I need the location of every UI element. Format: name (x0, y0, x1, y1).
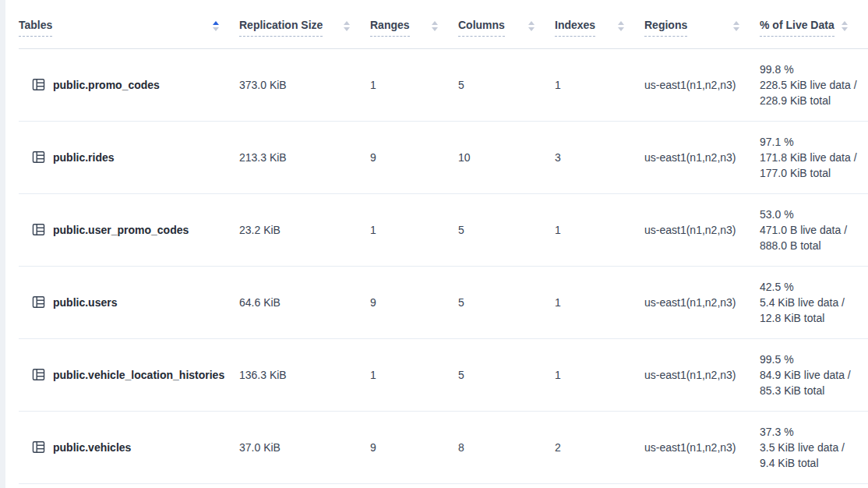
table-icon (31, 150, 46, 164)
ranges-cell: 1 (370, 48, 458, 121)
indexes-cell: 1 (555, 266, 644, 338)
indexes-cell: 1 (555, 48, 644, 121)
sort-asc-arrow-icon (213, 21, 219, 25)
total-data-amount: 85.3 KiB total (760, 383, 860, 398)
live-data-amount: 171.8 KiB live data / (760, 150, 860, 165)
column-header-label[interactable]: Indexes (555, 19, 595, 37)
sort-arrows-icon[interactable] (842, 21, 848, 31)
columns-cell: 5 (458, 48, 555, 121)
table-name-link[interactable]: public.vehicles (53, 441, 131, 454)
total-data-amount: 9.4 KiB total (760, 455, 860, 471)
replication-size-cell: 64.6 KiB (239, 266, 370, 338)
live-data-cell: 97.1 % 171.8 KiB live data / 177.0 KiB t… (760, 121, 868, 193)
live-data-amount: 471.0 B live data / (760, 222, 860, 238)
live-data-cell: 53.0 % 471.0 B live data / 888.0 B total (760, 193, 868, 266)
table-icon (31, 440, 46, 454)
sort-desc-arrow-icon (528, 27, 535, 31)
live-percent: 99.8 % (760, 62, 860, 77)
sort-asc-arrow-icon (528, 21, 535, 25)
column-header[interactable]: Replication Size (239, 8, 370, 48)
table-name-cell: public.promo_codes (19, 48, 239, 121)
regions-cell: us-east1(n1,n2,n3) (644, 266, 760, 338)
live-percent: 53.0 % (760, 207, 860, 222)
sort-arrows-icon[interactable] (733, 21, 739, 31)
tables-table: Tables Replication Size (19, 8, 868, 484)
column-header[interactable]: Ranges (370, 8, 458, 48)
regions-cell: us-east1(n1,n2,n3) (644, 193, 760, 266)
live-data-amount: 84.9 KiB live data / (760, 367, 860, 383)
live-percent: 99.5 % (760, 352, 860, 367)
table-name-cell: public.rides (19, 121, 239, 193)
indexes-cell: 2 (555, 411, 644, 483)
replication-size-cell: 373.0 KiB (239, 48, 370, 121)
column-header-label[interactable]: % of Live Data (760, 19, 834, 37)
table-row[interactable]: public.vehicles 37.0 KiB 9 8 2 us-east1(… (19, 411, 868, 483)
columns-cell: 5 (458, 266, 555, 338)
indexes-cell: 1 (555, 338, 644, 411)
live-data-cell: 99.5 % 84.9 KiB live data / 85.3 KiB tot… (760, 338, 868, 411)
replication-size-cell: 136.3 KiB (239, 338, 370, 411)
columns-cell: 5 (458, 338, 555, 411)
total-data-amount: 228.9 KiB total (760, 93, 860, 108)
columns-cell: 10 (458, 121, 555, 193)
table-name-link[interactable]: public.user_promo_codes (53, 224, 189, 236)
table-icon (31, 222, 46, 237)
column-header[interactable]: Columns (458, 8, 555, 48)
indexes-cell: 3 (555, 121, 644, 193)
page-left-edge (0, 0, 5, 488)
total-data-amount: 177.0 KiB total (760, 165, 860, 181)
live-data-amount: 228.5 KiB live data / (760, 77, 860, 93)
replication-size-cell: 23.2 KiB (239, 193, 370, 266)
sort-desc-arrow-icon (213, 27, 219, 31)
column-header-label[interactable]: Ranges (370, 19, 410, 37)
sort-arrows-icon[interactable] (528, 21, 535, 31)
column-header[interactable]: % of Live Data (760, 8, 868, 48)
ranges-cell: 1 (370, 338, 458, 411)
live-percent: 37.3 % (760, 424, 860, 440)
column-header-label[interactable]: Replication Size (239, 19, 323, 37)
table-icon (31, 295, 46, 309)
live-data-cell: 99.8 % 228.5 KiB live data / 228.9 KiB t… (760, 48, 868, 121)
ranges-cell: 9 (370, 266, 458, 338)
table-row[interactable]: public.promo_codes 373.0 KiB 1 5 1 us-ea… (19, 48, 868, 121)
indexes-cell: 1 (555, 193, 644, 266)
column-header[interactable]: Regions (644, 8, 760, 48)
live-data-amount: 3.5 KiB live data / (760, 440, 860, 455)
total-data-amount: 888.0 B total (760, 238, 860, 253)
sort-desc-arrow-icon (733, 27, 739, 31)
live-data-cell: 42.5 % 5.4 KiB live data / 12.8 KiB tota… (760, 266, 868, 338)
table-name-cell: public.user_promo_codes (19, 193, 239, 266)
table-row[interactable]: public.vehicle_location_histories 136.3 … (19, 338, 868, 411)
table-name-link[interactable]: public.users (53, 296, 117, 309)
live-percent: 42.5 % (760, 279, 860, 295)
sort-arrows-icon[interactable] (618, 21, 624, 31)
column-header-label[interactable]: Columns (458, 19, 505, 37)
table-row[interactable]: public.user_promo_codes 23.2 KiB 1 5 1 u… (19, 193, 868, 266)
column-header[interactable]: Tables (19, 8, 239, 48)
sort-desc-arrow-icon (618, 27, 624, 31)
sort-arrows-icon[interactable] (213, 21, 219, 31)
column-header[interactable]: Indexes (555, 8, 644, 48)
tables-list-panel: Tables Replication Size (19, 8, 868, 484)
table-row[interactable]: public.users 64.6 KiB 9 5 1 us-east1(n1,… (19, 266, 868, 338)
column-header-label[interactable]: Tables (19, 19, 52, 37)
table-name-link[interactable]: public.rides (53, 151, 115, 164)
table-icon (31, 77, 46, 92)
table-name-cell: public.users (19, 266, 239, 338)
regions-cell: us-east1(n1,n2,n3) (644, 48, 760, 121)
sort-desc-arrow-icon (842, 27, 848, 31)
table-name-cell: public.vehicle_location_histories (19, 338, 239, 411)
header-row: Tables Replication Size (19, 8, 868, 48)
live-percent: 97.1 % (760, 134, 860, 150)
sort-arrows-icon[interactable] (432, 21, 438, 31)
column-header-label[interactable]: Regions (644, 19, 687, 37)
table-name-link[interactable]: public.promo_codes (53, 79, 160, 91)
table-row[interactable]: public.rides 213.3 KiB 9 10 3 us-east1(n… (19, 121, 868, 193)
sort-desc-arrow-icon (432, 27, 438, 31)
sort-arrows-icon[interactable] (344, 21, 350, 31)
table-name-link[interactable]: public.vehicle_location_histories (53, 369, 224, 381)
sort-asc-arrow-icon (842, 21, 848, 25)
sort-asc-arrow-icon (344, 21, 350, 25)
ranges-cell: 9 (370, 121, 458, 193)
live-data-amount: 5.4 KiB live data / (760, 295, 860, 310)
